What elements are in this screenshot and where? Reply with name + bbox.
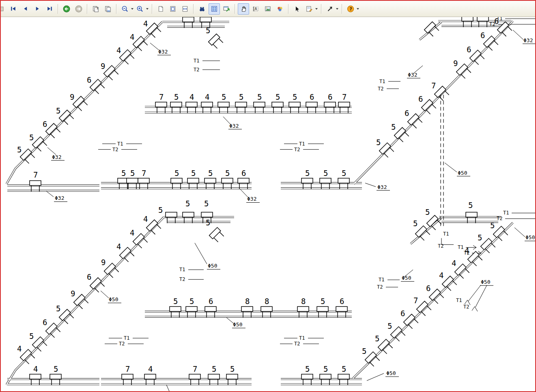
section-count-label: 4 <box>143 214 148 223</box>
hyperlink-button[interactable] <box>324 3 336 15</box>
actual-size-button[interactable] <box>155 3 166 15</box>
full-screen-view-button[interactable] <box>221 3 232 15</box>
section-count-label: 5 <box>130 169 135 178</box>
text-select-icon: A <box>252 5 259 13</box>
section-count-label: 6 <box>310 92 314 101</box>
previous-page-icon <box>22 5 29 12</box>
leader-line <box>365 183 376 187</box>
section-count-label: 5 <box>174 169 179 178</box>
radiator-symbol <box>209 34 224 50</box>
diameter-label: Φ50 <box>109 296 118 302</box>
back-button[interactable] <box>61 3 72 15</box>
next-page-button[interactable] <box>32 3 43 15</box>
previous-page-button[interactable] <box>19 3 31 15</box>
section-count-label: 9 <box>101 258 105 267</box>
pipe-tag-label: T2 <box>194 67 199 73</box>
section-count-label: 5 <box>56 106 60 115</box>
section-count-label: 6 <box>209 297 213 306</box>
svg-text:?: ? <box>349 6 352 11</box>
section-count-label: 4 <box>439 271 443 280</box>
section-count-label: 5 <box>376 138 381 147</box>
section-count-label: 5 <box>29 133 34 142</box>
clipped-icon <box>1 6 6 12</box>
section-count-label: 9 <box>453 59 458 68</box>
section-count-label: 5 <box>391 122 396 131</box>
pipe-tag-label: T2 <box>463 304 469 310</box>
first-page-button[interactable] <box>7 3 19 15</box>
diameter-label: Φ32 <box>52 154 61 160</box>
leader-line <box>514 227 525 237</box>
section-count-label: 9 <box>101 62 105 71</box>
hand-icon <box>240 5 247 13</box>
leader-line <box>513 30 523 40</box>
drawing-area[interactable]: 5565969444757544555556675575555655555667… <box>1 17 535 391</box>
last-page-button[interactable] <box>44 3 55 15</box>
find-button[interactable] <box>196 3 208 15</box>
section-count-label: 6 <box>426 284 431 293</box>
leader-line <box>166 385 170 391</box>
fit-width-button[interactable] <box>179 3 191 15</box>
print-pages-button[interactable]: 3 <box>90 3 101 15</box>
select-text-button[interactable]: A <box>250 3 261 15</box>
section-count-label: 5 <box>56 304 60 313</box>
pipe-tag-label: T2 <box>464 250 469 256</box>
section-count-label: 5 <box>342 364 346 373</box>
toolbar-separator <box>235 4 235 14</box>
section-count-label: 7 <box>342 92 347 101</box>
window-green-arrow-icon <box>223 5 230 13</box>
copy-pages-icon <box>104 5 112 13</box>
forward-button[interactable] <box>73 3 84 15</box>
section-count-label: 6 <box>480 31 485 40</box>
section-count-label: 4 <box>189 92 194 101</box>
section-count-label: 5 <box>185 199 190 208</box>
section-count-label: 6 <box>467 45 471 54</box>
clipped-toolbar-icon[interactable] <box>1 3 6 15</box>
pipe-tag-label: T1 <box>456 298 462 303</box>
zoom-in-button[interactable] <box>134 3 146 15</box>
section-count-label: 7 <box>142 169 146 178</box>
toolbar-separator <box>193 4 194 14</box>
help-button[interactable]: ? <box>345 3 356 15</box>
copy-pages-button[interactable] <box>102 3 114 15</box>
markup-pencil-icon <box>306 5 313 13</box>
section-count-label: 5 <box>29 332 34 341</box>
actual-size-icon <box>157 5 164 13</box>
zoom-out-dropdown-caret[interactable] <box>131 8 133 10</box>
toolbar-separator <box>321 4 322 14</box>
section-count-label: 4 <box>205 92 209 101</box>
diameter-label: Φ50 <box>233 321 242 328</box>
pan-tool-button[interactable] <box>238 3 249 15</box>
zoom-in-dropdown-caret[interactable] <box>146 8 149 10</box>
zoom-in-icon <box>136 5 144 13</box>
pipe-tag-label: T1 <box>443 231 449 237</box>
select-image-button[interactable] <box>262 3 273 15</box>
section-count-label: 6 <box>43 318 47 327</box>
zoom-out-button[interactable] <box>119 3 131 15</box>
color-tool-button[interactable] <box>274 3 286 15</box>
section-count-label: 6 <box>418 94 423 103</box>
section-count-label: 5 <box>173 297 178 306</box>
pipe-tag-label: T2 <box>497 216 502 221</box>
app-window: 3 A <box>0 0 536 392</box>
page-thumbnails-button[interactable] <box>209 3 220 15</box>
diameter-label: Φ32 <box>247 196 256 202</box>
pipe-tag-label: T2 <box>378 86 383 92</box>
pipe-tag-label: T1 <box>379 79 385 84</box>
toolbar-separator <box>87 4 88 14</box>
pipe-tag-label: T2 <box>438 243 443 249</box>
leader-line <box>101 291 109 298</box>
markup-dropdown-caret[interactable] <box>315 8 318 10</box>
hyperlink-dropdown-caret[interactable] <box>336 8 338 10</box>
select-arrow-button[interactable] <box>291 3 303 15</box>
section-count-label: 5 <box>342 169 346 178</box>
section-count-label: 5 <box>239 92 243 101</box>
help-dropdown-caret[interactable] <box>357 8 359 10</box>
section-count-label: 9 <box>71 289 75 298</box>
piping-axonometric-drawing[interactable]: 5565969444757544555556675575555655555667… <box>1 17 535 391</box>
radiator-symbol <box>209 227 225 243</box>
pipe-tag-label: T2 <box>294 341 300 347</box>
section-count-label: 6 <box>405 109 409 118</box>
section-count-label: 8 <box>265 297 269 306</box>
fit-page-button[interactable] <box>167 3 179 15</box>
markup-button[interactable] <box>304 3 315 15</box>
